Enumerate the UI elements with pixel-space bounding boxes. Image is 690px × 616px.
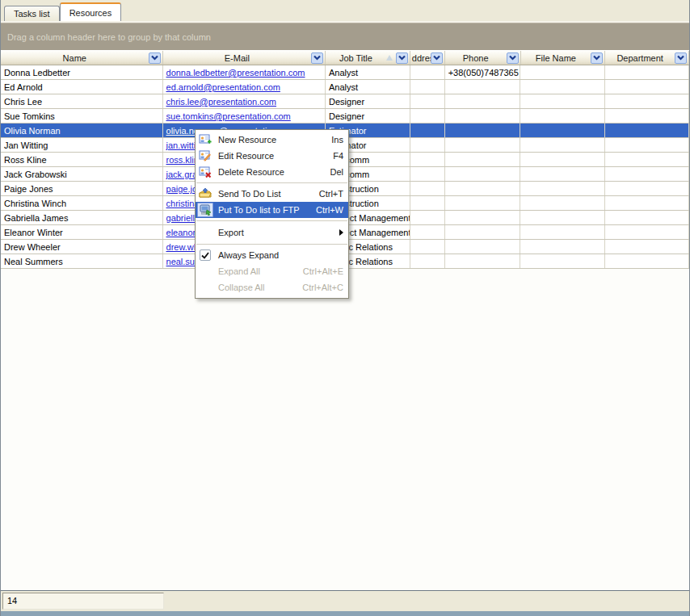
email-link[interactable]: chris.lee@presentation.com [166, 97, 277, 107]
menu-item-label: Collapse All [218, 283, 264, 292]
cell-department [605, 138, 689, 152]
cell-file-name [520, 240, 605, 254]
menu-separator [196, 220, 347, 221]
menu-item-shortcut: Ctrl+Alt+E [295, 266, 343, 276]
cell-department [605, 254, 689, 268]
menu-item-export[interactable]: Export [196, 224, 348, 241]
cell-address [410, 211, 445, 224]
status-bar: 14 [1, 590, 689, 611]
cell-department [605, 124, 689, 137]
menu-item-new-resource[interactable]: New ResourceIns [196, 132, 348, 148]
menu-item-label: Expand All [218, 266, 260, 276]
menu-item-send-to-do-list[interactable]: Send To Do ListCtrl+T [196, 186, 348, 202]
column-header-label: Department [615, 53, 664, 63]
filter-dropdown-button[interactable] [149, 52, 161, 64]
column-header-department[interactable]: Department [605, 51, 689, 65]
cell-address [410, 182, 445, 195]
grid-column-headers: NameE-MailJob TitleddresPhoneFile NameDe… [1, 50, 689, 65]
cell-name: Olivia Norman [1, 124, 163, 137]
cell-address [410, 124, 445, 137]
cell-department [605, 80, 689, 94]
cell-department [605, 167, 689, 181]
cell-file-name [520, 153, 605, 166]
table-row[interactable]: Ed Arnolded.arnold@presentation.comAnaly… [1, 80, 689, 94]
cell-name: Jan Witting [1, 138, 163, 152]
email-link[interactable]: donna.ledbetter@presentation.com [166, 68, 305, 78]
menu-item-shortcut: Del [322, 167, 343, 177]
filter-dropdown-button[interactable] [431, 52, 443, 64]
cell-department [605, 94, 689, 108]
column-header-label: ddres [410, 53, 431, 63]
menu-icon-placeholder [197, 280, 213, 295]
email-link[interactable]: ed.arnold@presentation.com [166, 82, 280, 92]
menu-separator [196, 182, 347, 183]
cell-phone [445, 240, 521, 254]
cell-phone [445, 182, 521, 195]
cell-file-name [520, 80, 605, 94]
chevron-down-icon [398, 53, 406, 63]
cell-name: Ross Kline [1, 153, 163, 166]
tab-resources[interactable]: Resources [60, 2, 122, 21]
cell-file-name [520, 225, 605, 239]
filter-dropdown-button[interactable] [311, 52, 323, 64]
filter-dropdown-button[interactable] [675, 52, 687, 64]
email-link[interactable]: sue.tomkins@presentation.com [166, 111, 291, 121]
grid-empty-area [1, 269, 689, 590]
column-header-e-mail[interactable]: E-Mail [163, 51, 326, 65]
cell-phone [445, 254, 521, 268]
column-header-phone[interactable]: Phone [445, 51, 521, 65]
table-row[interactable]: Sue Tomkinssue.tomkins@presentation.comD… [1, 109, 689, 124]
menu-item-always-expand[interactable]: Always Expand [196, 247, 348, 263]
app-window: Tasks list Resources Drag a column heade… [0, 0, 690, 616]
menu-item-delete-resource[interactable]: Delete ResourceDel [196, 164, 348, 180]
chevron-down-icon [150, 53, 159, 63]
filter-dropdown-button[interactable] [591, 52, 603, 64]
column-header-ddres[interactable]: ddres [410, 51, 445, 65]
cell-address [410, 153, 445, 166]
menu-item-collapse-all: Collapse AllCtrl+Alt+C [196, 279, 348, 295]
column-header-file-name[interactable]: File Name [521, 51, 606, 65]
menu-separator [196, 244, 347, 245]
filter-dropdown-button[interactable] [507, 52, 519, 64]
cell-department [605, 196, 689, 210]
cell-phone [445, 196, 521, 210]
menu-item-label: New Resource [218, 135, 276, 145]
cell-address [410, 196, 445, 210]
tab-tasks-list[interactable]: Tasks list [4, 6, 60, 21]
cell-name: Ed Arnold [1, 80, 163, 94]
column-header-label: File Name [534, 53, 578, 63]
menu-item-expand-all: Expand AllCtrl+Alt+E [196, 263, 348, 279]
sort-ascending-icon [386, 55, 393, 61]
cell-department [605, 240, 689, 254]
cell-phone [445, 167, 521, 181]
menu-item-edit-resource[interactable]: Edit ResourceF4 [196, 148, 348, 164]
column-header-label: E-Mail [223, 53, 251, 63]
column-header-label: Job Title [338, 53, 374, 63]
filter-dropdown-button[interactable] [396, 52, 408, 64]
cell-department [605, 211, 689, 224]
column-header-name[interactable]: Name [1, 51, 163, 65]
cell-job-title: Designer [326, 109, 410, 123]
cell-department [605, 109, 689, 123]
cell-name: Neal Summers [1, 254, 163, 268]
group-by-hint-text: Drag a column header here to group by th… [7, 32, 211, 42]
cell-department [605, 65, 689, 79]
cell-file-name [520, 124, 605, 137]
column-header-label: Phone [461, 53, 490, 63]
menu-item-label: Always Expand [218, 250, 279, 260]
cell-email: donna.ledbetter@presentation.com [163, 65, 326, 79]
column-header-job-title[interactable]: Job Title [326, 51, 410, 65]
cell-address [410, 94, 445, 108]
table-row[interactable]: Chris Leechris.lee@presentation.comDesig… [1, 94, 689, 109]
cell-address [410, 65, 445, 79]
cell-address [410, 109, 445, 123]
new-resource-icon [197, 132, 213, 147]
group-by-panel[interactable]: Drag a column header here to group by th… [1, 23, 689, 50]
menu-item-put-to-do-list-to-ftp[interactable]: Put To Do list to FTPCtrl+W [196, 202, 348, 218]
table-row[interactable]: Donna Ledbetterdonna.ledbetter@presentat… [1, 65, 689, 80]
cell-name: Sue Tomkins [1, 109, 163, 123]
menu-icon-placeholder [197, 264, 213, 279]
cell-file-name [520, 94, 605, 108]
cell-phone [445, 138, 521, 152]
window-bottom-edge [1, 611, 689, 616]
